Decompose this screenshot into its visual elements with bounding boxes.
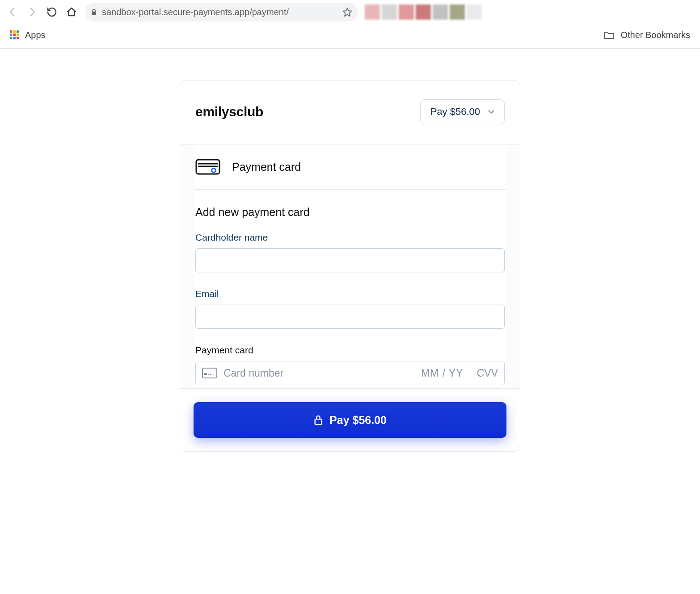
payment-method-title: Payment card [232, 161, 301, 174]
card-number-placeholder: Card number [223, 367, 415, 379]
merchant-name: emilysclub [195, 104, 263, 119]
section-heading: Add new payment card [195, 206, 505, 219]
omnibox-url: sandbox-portal.secure-payments.app/payme… [102, 7, 338, 17]
svg-marker-0 [343, 8, 351, 16]
home-icon[interactable] [65, 6, 78, 18]
svg-rect-7 [208, 374, 209, 375]
cvv-placeholder: CVV [477, 367, 498, 379]
email-input[interactable] [195, 305, 505, 329]
card-icon [195, 158, 220, 176]
lock-icon [313, 414, 323, 426]
svg-point-4 [212, 169, 216, 173]
apps-label[interactable]: Apps [25, 30, 46, 40]
order-summary-toggle[interactable]: Pay $56.00 [420, 99, 505, 124]
svg-rect-6 [204, 373, 207, 375]
svg-rect-9 [315, 419, 322, 424]
page-surface: emilysclub Pay $56.00 [0, 49, 700, 479]
bookmarks-divider [597, 28, 597, 42]
address-bar[interactable]: sandbox-portal.secure-payments.app/payme… [85, 3, 358, 21]
extensions-area [365, 4, 482, 20]
expiry-placeholder: MM / YY [421, 367, 464, 379]
pay-button[interactable]: Pay $56.00 [194, 402, 506, 438]
apps-icon[interactable] [10, 30, 19, 39]
reload-icon[interactable] [46, 6, 58, 18]
checkout-header: emilysclub Pay $56.00 [180, 81, 520, 144]
pay-button-label: Pay $56.00 [329, 414, 387, 427]
order-summary-label: Pay $56.00 [430, 106, 480, 118]
browser-chrome: sandbox-portal.secure-payments.app/payme… [0, 0, 700, 49]
other-bookmarks-label[interactable]: Other Bookmarks [620, 30, 690, 40]
card-number-row[interactable]: Card number MM / YY CVV [195, 361, 505, 385]
cardholder-input[interactable] [195, 248, 505, 272]
cardholder-label: Cardholder name [195, 232, 505, 243]
payment-method-header: Payment card [194, 144, 506, 190]
folder-icon [603, 30, 614, 39]
star-icon[interactable] [342, 7, 352, 17]
forward-icon[interactable] [26, 6, 38, 18]
email-label: Email [195, 289, 505, 299]
lock-icon [90, 8, 97, 16]
chevron-down-icon [486, 107, 496, 117]
back-icon[interactable] [6, 6, 19, 18]
payment-card-label: Payment card [195, 345, 505, 356]
mini-card-icon [202, 368, 217, 378]
payment-form: Add new payment card Cardholder name Ema… [194, 190, 506, 388]
checkout-card: emilysclub Pay $56.00 [180, 80, 520, 452]
svg-rect-8 [210, 374, 211, 375]
